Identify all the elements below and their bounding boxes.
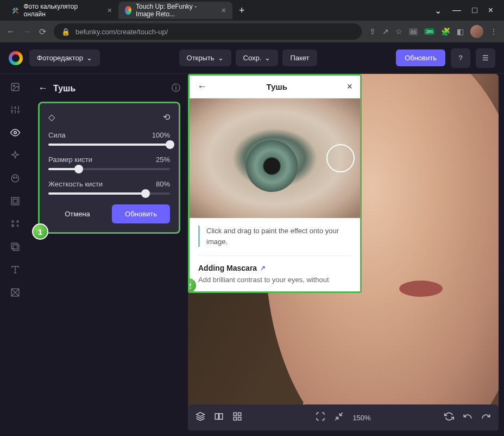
header-right: Обновить ? ☰ [396, 48, 495, 68]
bb-left [196, 412, 242, 423]
lock-icon: 🔒 [61, 28, 70, 36]
menu-button[interactable]: ☰ [476, 48, 495, 68]
tool-rail [0, 74, 30, 436]
slider-value: 25% [156, 155, 170, 164]
popup-image [190, 98, 360, 218]
popup-hint: Click and drag to paint the effect onto … [198, 226, 351, 247]
tool-overlays[interactable] [9, 240, 22, 253]
apply-button[interactable]: Обновить [112, 204, 170, 223]
save-button[interactable]: Сохр. ⌄ [236, 49, 279, 66]
slider-thumb[interactable] [141, 189, 150, 198]
popup-link[interactable]: Adding Mascara ↗ [198, 264, 351, 272]
befunky-logo[interactable] [9, 51, 23, 65]
open-button[interactable]: Открыть ⌄ [179, 49, 231, 66]
tool-artsy[interactable] [9, 172, 22, 185]
slider-track[interactable] [48, 168, 170, 170]
slider-label: Жесткость кисти [48, 180, 103, 188]
browser-tab-2[interactable]: Touch Up: BeFunky - Image Reto... × [118, 2, 232, 19]
slider-track[interactable] [48, 192, 170, 195]
close-icon[interactable]: × [108, 6, 112, 15]
undo-icon[interactable] [463, 412, 472, 423]
close-icon[interactable]: × [222, 6, 226, 15]
extensions-icon[interactable]: 🧩 [441, 27, 450, 36]
svg-point-9 [17, 221, 18, 222]
redo-icon[interactable] [481, 412, 491, 423]
tool-effects[interactable] [9, 149, 22, 162]
editor-label: Фоторедактор [37, 54, 83, 62]
popup-body: Click and drag to paint the effect onto … [190, 218, 360, 291]
controls-box: ◇ ⟲ Сила100% Размер кисти25% Жесткость к… [38, 102, 180, 234]
chevron-down-icon: ⌄ [264, 54, 270, 62]
back-icon[interactable]: ← [7, 27, 15, 36]
browser-tab-1[interactable]: 🛠️ Фото калькулятор онлайн × [4, 2, 118, 19]
extension-icons: ⇪ ↗ ☆ as 2m 🧩 ◧ ⋮ [369, 25, 497, 38]
fit-icon[interactable] [334, 412, 344, 423]
ext-badge[interactable]: 2m [424, 28, 434, 35]
popup-desc: Add brilliant contrast to your eyes, wit… [198, 276, 351, 284]
star-icon[interactable]: ☆ [395, 27, 402, 36]
editor-dropdown[interactable]: Фоторедактор ⌄ [29, 49, 100, 66]
close-icon[interactable]: × [488, 5, 493, 16]
header-center: Открыть ⌄ Сохр. ⌄ Пакет [179, 49, 317, 66]
ext-as-icon[interactable]: as [409, 28, 418, 35]
batch-button[interactable]: Пакет [282, 49, 317, 66]
slider-thumb[interactable] [74, 165, 83, 173]
panel-icon[interactable]: ◧ [457, 27, 464, 36]
new-tab-button[interactable]: + [232, 5, 251, 16]
tool-text[interactable] [9, 263, 22, 276]
bottom-bar: 150% [188, 404, 499, 431]
forward-icon[interactable]: → [23, 27, 32, 36]
tool-textures[interactable] [9, 286, 22, 299]
svg-point-2 [14, 132, 17, 134]
open-label: Открыть [187, 54, 215, 62]
svg-rect-10 [12, 225, 14, 227]
reset-icon[interactable]: ⟲ [163, 112, 170, 122]
app-root: Фоторедактор ⌄ Открыть ⌄ Сохр. ⌄ Пакет О… [0, 42, 504, 436]
zoom-value[interactable]: 150% [352, 414, 370, 422]
back-icon[interactable]: ← [197, 81, 207, 92]
side-panel: ← Тушь ⓘ ◇ ⟲ Сила100% Размер кисти25% [30, 74, 188, 436]
popup-title: Тушь [207, 82, 346, 91]
close-icon[interactable]: × [346, 81, 352, 92]
svg-rect-19 [238, 418, 241, 420]
tool-touchup[interactable] [9, 126, 22, 139]
chevron-down-icon[interactable]: ⌄ [434, 5, 442, 16]
slider-value: 80% [156, 180, 170, 188]
minimize-icon[interactable]: — [452, 5, 461, 16]
cancel-button[interactable]: Отмена [48, 204, 106, 223]
profile-avatar[interactable] [470, 25, 483, 38]
svg-point-1 [13, 85, 15, 86]
svg-rect-6 [11, 197, 19, 205]
maximize-icon[interactable]: □ [472, 5, 477, 16]
eraser-icon[interactable]: ◇ [48, 112, 55, 122]
upgrade-button[interactable]: Обновить [396, 49, 445, 66]
layers-icon[interactable] [196, 412, 205, 423]
slider-thumb[interactable] [166, 140, 174, 149]
back-icon[interactable]: ← [38, 83, 48, 94]
compare-icon[interactable] [214, 412, 224, 423]
install-icon[interactable]: ⇪ [369, 27, 376, 36]
slider-track[interactable] [48, 144, 170, 146]
grid-icon[interactable] [232, 412, 242, 423]
reload-icon[interactable]: ⟳ [39, 27, 46, 37]
menu-icon[interactable]: ⋮ [490, 27, 497, 36]
tool-image[interactable] [9, 80, 22, 94]
eye-iris [246, 140, 298, 192]
tool-frames[interactable] [9, 195, 22, 208]
svg-point-8 [12, 221, 14, 222]
address-bar[interactable]: 🔒 befunky.com/create/touch-up/ [54, 23, 362, 40]
bb-right [444, 412, 491, 423]
tool-adjust[interactable] [9, 103, 22, 116]
share-icon[interactable]: ↗ [382, 27, 389, 36]
svg-rect-14 [215, 414, 218, 420]
info-icon[interactable]: ⓘ [172, 83, 180, 94]
tab-favicon-tools: 🛠️ [11, 6, 19, 15]
svg-point-5 [16, 177, 17, 178]
help-button[interactable]: ? [451, 48, 470, 68]
rotate-icon[interactable] [444, 412, 454, 423]
tool-graphics[interactable] [9, 217, 22, 231]
panel-title: Тушь [53, 84, 166, 94]
controls-top: ◇ ⟲ [48, 112, 170, 122]
fullscreen-icon[interactable] [316, 412, 325, 423]
svg-rect-12 [13, 245, 19, 251]
